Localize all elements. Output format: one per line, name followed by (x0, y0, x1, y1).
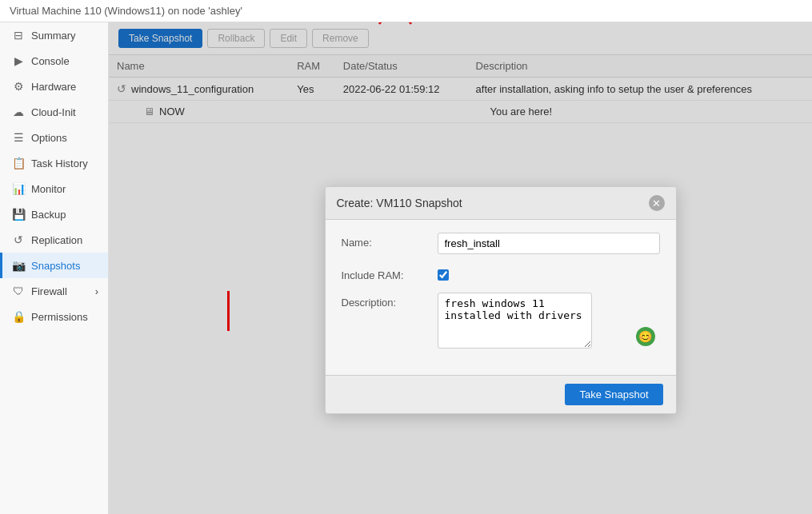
sidebar-item-task-history[interactable]: 📋 Task History (0, 150, 108, 176)
snapshots-icon: 📷 (12, 259, 25, 272)
include-ram-row: Include RAM: (342, 265, 660, 281)
replication-icon: ↺ (12, 233, 25, 246)
modal-close-button[interactable]: ✕ (649, 195, 665, 211)
sidebar-item-snapshots[interactable]: 📷 Snapshots (0, 253, 108, 278)
firewall-icon: 🛡 (12, 285, 25, 297)
sidebar-item-permissions[interactable]: 🔒 Permissions (0, 304, 108, 329)
hardware-icon: ⚙ (12, 80, 25, 93)
name-label: Name: (342, 233, 430, 249)
sidebar-item-cloud-init[interactable]: ☁ Cloud-Init (0, 99, 108, 125)
sidebar-item-replication[interactable]: ↺ Replication (0, 227, 108, 253)
title-bar: Virtual Machine 110 (Windows11) on node … (0, 0, 812, 22)
modal-overlay: Create: VM110 Snapshot ✕ Name: Include R… (109, 22, 812, 514)
description-input[interactable]: fresh windows 11 installed with drivers (438, 293, 592, 349)
include-ram-label: Include RAM: (342, 265, 430, 281)
sidebar-item-hardware[interactable]: ⚙ Hardware (0, 74, 108, 99)
modal-footer: Take Snapshot (326, 375, 676, 413)
sidebar-item-backup[interactable]: 💾 Backup (0, 201, 108, 227)
sidebar-item-summary[interactable]: ⊟ Summary (0, 22, 108, 48)
description-label: Description: (342, 293, 430, 309)
name-row: Name: (342, 233, 660, 254)
sidebar: ⊟ Summary ▶ Console ⚙ Hardware ☁ Cloud-I… (0, 22, 109, 514)
modal-header: Create: VM110 Snapshot ✕ (326, 187, 676, 220)
description-row: Description: fresh windows 11 installed … (342, 293, 660, 351)
modal-title: Create: VM110 Snapshot (337, 197, 462, 209)
modal-take-snapshot-button[interactable]: Take Snapshot (565, 384, 662, 405)
description-wrapper: fresh windows 11 installed with drivers … (438, 293, 660, 351)
options-icon: ☰ (12, 131, 25, 144)
create-snapshot-modal: Create: VM110 Snapshot ✕ Name: Include R… (325, 186, 677, 414)
include-ram-checkbox[interactable] (438, 269, 449, 281)
backup-icon: 💾 (12, 208, 25, 221)
task-history-icon: 📋 (12, 157, 25, 169)
content-area: Take Snapshot Rollback Edit Remove Name … (109, 22, 812, 514)
permissions-icon: 🔒 (12, 310, 25, 323)
console-icon: ▶ (12, 54, 25, 67)
emoji-button[interactable]: 😊 (636, 327, 655, 346)
sidebar-item-console[interactable]: ▶ Console (0, 48, 108, 74)
sidebar-item-firewall[interactable]: 🛡 Firewall › (0, 278, 108, 304)
chevron-right-icon: › (95, 285, 98, 297)
monitor-icon: 📊 (12, 182, 25, 195)
modal-body: Name: Include RAM: Description: fresh wi… (326, 220, 676, 375)
sidebar-item-monitor[interactable]: 📊 Monitor (0, 176, 108, 201)
cloud-init-icon: ☁ (12, 106, 25, 118)
include-ram-checkbox-wrapper (438, 265, 449, 281)
summary-icon: ⊟ (12, 29, 25, 42)
sidebar-item-options[interactable]: ☰ Options (0, 125, 108, 150)
name-input[interactable] (438, 233, 660, 254)
